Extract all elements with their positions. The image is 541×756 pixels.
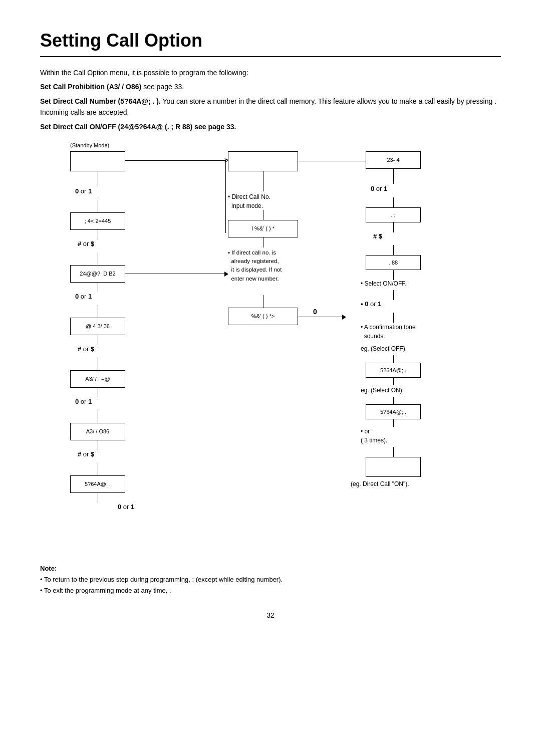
box6: 5?64A@; .: [70, 475, 125, 493]
bullet1-rest: see page 33.: [143, 83, 184, 91]
box1: ; 4< 2=445: [70, 212, 125, 230]
or-label-4: 0 or 1: [118, 503, 134, 511]
line-v-r12: [393, 447, 394, 457]
line-h-top: [125, 160, 225, 161]
right-hash: # $: [373, 232, 382, 240]
right-or1: 0 or 1: [371, 185, 387, 192]
box4: A3/ / . =@: [70, 370, 125, 388]
line-v-c3: [263, 210, 263, 220]
right-note5: (eg. Direct Call "ON").: [351, 480, 409, 487]
line-h-right-top: [298, 161, 366, 161]
or-label-2: 0 or 1: [75, 293, 92, 300]
bullet1-bold: Set Call Prohibition (A3/ / O86): [40, 83, 141, 91]
line-v1: [98, 171, 98, 186]
right-paren: ( 3 times).: [361, 437, 387, 444]
right-bullet-or: • or: [361, 428, 370, 435]
line-v13: [98, 493, 98, 503]
line-v-r3: [393, 222, 394, 232]
line-v12: [98, 463, 98, 475]
line-v-c2: [263, 171, 263, 191]
intro-section: Within the Call Option menu, it is possi…: [40, 67, 501, 132]
right-note3: eg. (Select OFF).: [361, 345, 407, 352]
intro-bullet3: Set Direct Call ON/OFF (24@5?64A@ (. ; R…: [40, 121, 501, 132]
line-v-r4: [393, 245, 394, 255]
line-v-r7: [393, 313, 394, 323]
box3: @ 4 3/ 36: [70, 318, 125, 335]
line-v-center1: [225, 160, 226, 233]
line-v-r8: [393, 355, 394, 363]
intro-bullet2: Set Direct Call Number (5?64A@; . ). You…: [40, 96, 501, 118]
line-v10: [98, 410, 98, 423]
right-semi-box: . ;: [366, 207, 421, 222]
line-v-r5: [393, 270, 394, 280]
standby-label: (Standby Mode): [70, 142, 109, 148]
arrow-center-right: [321, 317, 346, 317]
line-v-r11: [393, 419, 394, 427]
center-box1: [228, 151, 298, 171]
line-v6: [98, 305, 98, 318]
diagram-area: (Standby Mode) 0 or 1 ; 4< 2=445 # or $ …: [40, 142, 501, 553]
line-v-c5: [263, 295, 263, 308]
right-note1: • Select ON/OFF.: [361, 280, 407, 287]
right-num-box: . 88: [366, 255, 421, 270]
arrow-box2: [205, 274, 228, 274]
intro-bullet1: Set Call Prohibition (A3/ / O86) see pag…: [40, 81, 501, 92]
center-note2: • If direct call no. is already register…: [228, 248, 282, 283]
line-v5: [98, 283, 98, 293]
right-box2: 5?64A@; .: [366, 363, 421, 378]
intro-line1: Within the Call Option menu, it is possi…: [40, 67, 501, 78]
center-input-box1: I %&' ( ) *: [228, 220, 298, 237]
page-number: 32: [40, 611, 501, 619]
line-v-r2: [393, 197, 394, 207]
line-v-c4: [263, 237, 263, 247]
center-arrow2-label: 0: [313, 308, 317, 316]
line-v3: [98, 230, 98, 240]
line-v4: [98, 253, 98, 265]
right-note4: eg. (Select ON).: [361, 387, 404, 394]
line-v2: [98, 200, 98, 212]
hash-label-1: # or $: [78, 240, 94, 247]
standby-box: [70, 151, 125, 171]
center-note1: • Direct Call No. Input mode.: [228, 192, 270, 210]
page-title: Setting Call Option: [40, 30, 501, 51]
line-v-r1: [393, 169, 394, 184]
right-box1: 23- 4: [366, 151, 421, 169]
note-title: Note:: [40, 565, 57, 572]
line-v7: [98, 335, 98, 345]
right-box4: [366, 457, 421, 477]
line-v-r6: [393, 290, 394, 300]
hash-label-2: # or $: [78, 345, 94, 353]
box5: A3/ / O86: [70, 423, 125, 440]
line-v11: [98, 440, 98, 450]
note1: • To return to the previous step during …: [40, 574, 501, 585]
bullet3-bold: Set Direct Call ON/OFF (24@5?64A@ (. ; R…: [40, 123, 236, 131]
right-box3: 5?64A@; .: [366, 404, 421, 419]
or-label-3: 0 or 1: [75, 398, 92, 405]
line-v-r10: [393, 397, 394, 404]
bullet2-bold: Set Direct Call Number (5?64A@; . ).: [40, 97, 161, 105]
line-v8: [98, 358, 98, 370]
or-label-1: 0 or 1: [75, 187, 92, 195]
box2: 24@@?; D B2: [70, 265, 125, 283]
note-section: Note: • To return to the previous step d…: [40, 563, 501, 596]
note2: • To exit the programming mode at any ti…: [40, 585, 501, 596]
right-or2: • 0 or 1: [361, 300, 381, 308]
center-input-box2: %&' ( ) *>: [228, 308, 298, 325]
line-v-r9: [393, 378, 394, 385]
right-note2: • A confirmation tone sounds.: [361, 323, 416, 341]
hash-label-3: # or $: [78, 450, 94, 458]
line-v9: [98, 388, 98, 398]
